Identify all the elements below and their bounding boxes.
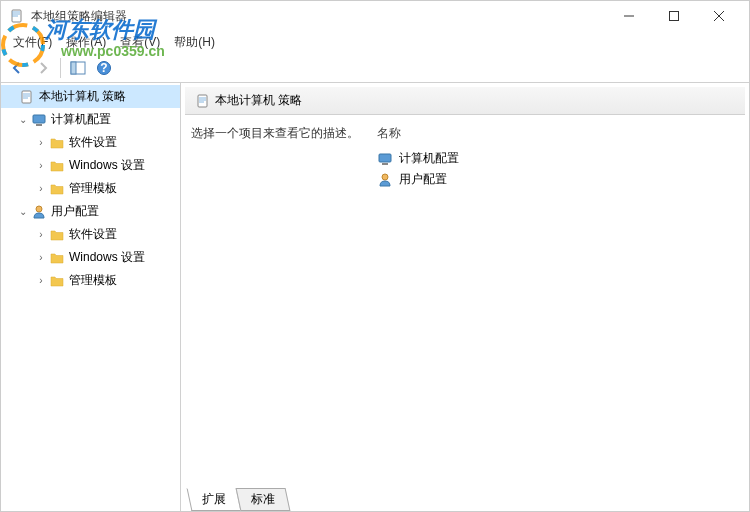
tree-software-settings-1[interactable]: › 软件设置 (1, 131, 180, 154)
menu-help[interactable]: 帮助(H) (168, 32, 221, 53)
tree-user-config[interactable]: ⌄ 用户配置 (1, 200, 180, 223)
tree-panel: 本地计算机 策略 ⌄ 计算机配置 › 软件设置 › Windows 设置 › 管… (1, 83, 181, 511)
collapse-icon[interactable]: ⌄ (17, 114, 29, 126)
toolbar: ? (1, 53, 749, 83)
svg-rect-5 (71, 62, 76, 74)
tree-label: 软件设置 (69, 134, 117, 151)
app-icon (9, 8, 25, 24)
expand-icon[interactable]: › (35, 183, 47, 195)
help-button[interactable]: ? (92, 56, 116, 80)
svg-rect-14 (382, 163, 388, 165)
tab-standard[interactable]: 标准 (236, 488, 291, 511)
show-hide-tree-button[interactable] (66, 56, 90, 80)
expand-icon[interactable]: › (35, 252, 47, 264)
menu-view[interactable]: 查看(V) (114, 32, 166, 53)
folder-icon (49, 158, 65, 174)
detail-header: 本地计算机 策略 (185, 87, 745, 115)
folder-icon (49, 181, 65, 197)
menu-file[interactable]: 文件(F) (7, 32, 58, 53)
folder-icon (49, 227, 65, 243)
tabs-bar: 扩展 标准 (181, 489, 749, 511)
list-item-label: 计算机配置 (399, 150, 459, 167)
maximize-button[interactable] (651, 2, 696, 30)
tree-label: Windows 设置 (69, 157, 145, 174)
user-icon (377, 172, 393, 188)
detail-header-title: 本地计算机 策略 (215, 92, 302, 109)
tab-extended[interactable]: 扩展 (187, 488, 242, 511)
list-item-computer[interactable]: 计算机配置 (371, 148, 739, 169)
tree-label: Windows 设置 (69, 249, 145, 266)
svg-rect-9 (33, 115, 45, 123)
tree-root-label: 本地计算机 策略 (39, 88, 126, 105)
svg-rect-8 (22, 91, 31, 103)
svg-rect-13 (379, 154, 391, 162)
content-area: 本地计算机 策略 ⌄ 计算机配置 › 软件设置 › Windows 设置 › 管… (1, 83, 749, 511)
tree-root[interactable]: 本地计算机 策略 (1, 85, 180, 108)
policy-icon (19, 89, 35, 105)
tree-software-settings-2[interactable]: › 软件设置 (1, 223, 180, 246)
expand-icon[interactable]: › (35, 275, 47, 287)
policy-icon (195, 93, 211, 109)
forward-button[interactable] (31, 56, 55, 80)
column-header-name[interactable]: 名称 (371, 125, 739, 148)
minimize-button[interactable] (606, 2, 651, 30)
folder-icon (49, 273, 65, 289)
menu-action[interactable]: 操作(A) (60, 32, 112, 53)
toolbar-separator (60, 58, 61, 78)
tree-admin-templates-1[interactable]: › 管理模板 (1, 177, 180, 200)
svg-text:?: ? (100, 61, 107, 75)
tree-admin-templates-2[interactable]: › 管理模板 (1, 269, 180, 292)
blank-expand (5, 91, 17, 103)
computer-icon (31, 112, 47, 128)
expand-icon[interactable]: › (35, 229, 47, 241)
tree-user-label: 用户配置 (51, 203, 99, 220)
menubar: 文件(F) 操作(A) 查看(V) 帮助(H) (1, 31, 749, 53)
svg-rect-12 (198, 95, 207, 107)
window-title: 本地组策略编辑器 (31, 8, 606, 25)
tree-windows-settings-1[interactable]: › Windows 设置 (1, 154, 180, 177)
tree-label: 软件设置 (69, 226, 117, 243)
close-button[interactable] (696, 2, 741, 30)
tree-label: 管理模板 (69, 272, 117, 289)
expand-icon[interactable]: › (35, 137, 47, 149)
tree-computer-config[interactable]: ⌄ 计算机配置 (1, 108, 180, 131)
collapse-icon[interactable]: ⌄ (17, 206, 29, 218)
svg-point-15 (382, 174, 388, 180)
list-item-label: 用户配置 (399, 171, 447, 188)
tree-windows-settings-2[interactable]: › Windows 设置 (1, 246, 180, 269)
list-item-user[interactable]: 用户配置 (371, 169, 739, 190)
folder-icon (49, 250, 65, 266)
tree-label: 管理模板 (69, 180, 117, 197)
detail-panel: 本地计算机 策略 选择一个项目来查看它的描述。 名称 计算机配置 (181, 83, 749, 511)
back-button[interactable] (5, 56, 29, 80)
titlebar: 本地组策略编辑器 (1, 1, 749, 31)
computer-icon (377, 151, 393, 167)
description-text: 选择一个项目来查看它的描述。 (191, 125, 371, 479)
tree-computer-label: 计算机配置 (51, 111, 111, 128)
svg-rect-3 (669, 12, 678, 21)
list-column: 名称 计算机配置 用户配置 (371, 125, 739, 479)
svg-point-11 (36, 206, 42, 212)
user-icon (31, 204, 47, 220)
svg-rect-10 (36, 124, 42, 126)
expand-icon[interactable]: › (35, 160, 47, 172)
folder-icon (49, 135, 65, 151)
